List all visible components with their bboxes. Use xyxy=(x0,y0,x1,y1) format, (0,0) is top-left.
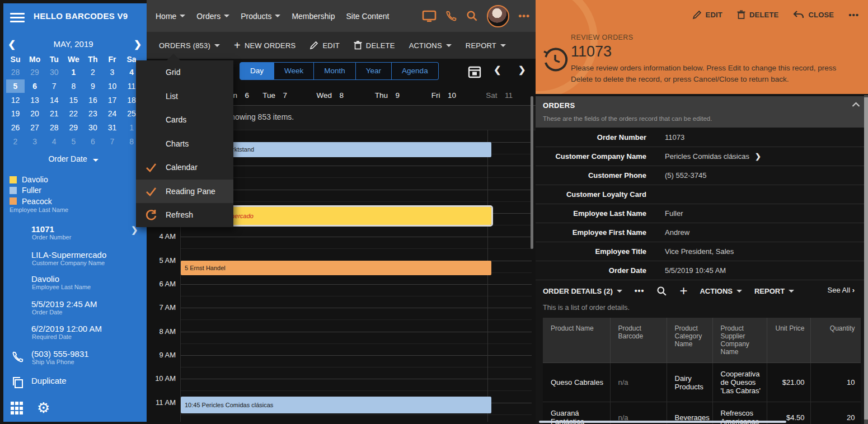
calendar-day-cell[interactable]: 5 xyxy=(64,135,83,148)
calendar-day-cell[interactable]: 20 xyxy=(26,107,44,120)
legend-item[interactable]: Peacock xyxy=(10,197,52,206)
order-details-title-button[interactable]: ORDER DETAILS (2) xyxy=(543,287,622,295)
calendar-day-cell[interactable]: 23 xyxy=(83,107,102,120)
orders-field-row[interactable]: Employee Last NameFuller xyxy=(536,204,868,223)
panel-more-options-icon[interactable]: ••• xyxy=(848,10,859,20)
column-header[interactable]: Quantity xyxy=(810,318,861,363)
calendar-day-cell[interactable]: 6 xyxy=(83,135,102,148)
calendar-day-cell[interactable]: 19 xyxy=(6,107,25,120)
more-options-icon[interactable]: ••• xyxy=(518,11,530,22)
panel-delete-button[interactable]: DELETE xyxy=(737,10,778,20)
calendar-day-cell[interactable]: 6 xyxy=(26,79,44,93)
calendar-day-cell[interactable]: 29 xyxy=(64,121,83,134)
menu-item-reading-pane[interactable]: Reading Pane xyxy=(136,180,233,204)
orders-field-row[interactable]: Employee TitleVice President, Sales xyxy=(536,242,868,261)
nav-item-site-content[interactable]: Site Content xyxy=(346,12,389,21)
details-search-icon[interactable] xyxy=(656,286,667,296)
legend-item[interactable]: Fuller xyxy=(10,186,41,195)
calendar-day-cell[interactable]: 1 xyxy=(64,65,83,79)
calendar-day-cell[interactable]: 2 xyxy=(6,135,25,148)
report-button[interactable]: REPORT xyxy=(466,41,506,50)
legend-item[interactable]: Davolio xyxy=(10,175,48,184)
calendar-day-cell[interactable]: 21 xyxy=(45,107,63,120)
order-date-filter[interactable]: Order Date xyxy=(0,154,147,163)
menu-item-list[interactable]: List xyxy=(136,84,233,109)
calendar-vertical-scrollbar[interactable] xyxy=(531,96,533,249)
calendar-day-cell[interactable]: 30 xyxy=(45,65,63,79)
calendar-day-cell[interactable]: 29 xyxy=(26,65,44,79)
menu-item-grid[interactable]: Grid xyxy=(136,60,233,84)
calendar-day-cell[interactable]: 15 xyxy=(64,93,83,107)
search-icon[interactable] xyxy=(466,10,478,22)
column-header[interactable]: Product Barcode xyxy=(610,318,667,363)
calendar-day-cell[interactable]: 12 xyxy=(6,93,25,107)
phone-icon[interactable] xyxy=(445,10,457,22)
details-add-icon[interactable]: + xyxy=(679,283,687,299)
column-header[interactable]: Product Supplier Company Name xyxy=(712,318,767,363)
calendar-day-cell[interactable]: 26 xyxy=(6,121,25,134)
calendar-event[interactable]: 10:45 Pericles Comidas clásicas xyxy=(181,397,491,413)
orders-field-row[interactable]: Customer Phone(5) 552-3745 xyxy=(536,166,868,185)
gear-icon[interactable]: ⚙ xyxy=(37,399,50,416)
delete-button[interactable]: DELETE xyxy=(354,41,395,50)
calendar-day-cell[interactable]: 7 xyxy=(45,79,63,93)
mini-calendar-month[interactable]: MAY, 2019 xyxy=(0,39,147,49)
table-row[interactable]: Queso Cabralesn/aDairy ProductsCooperati… xyxy=(543,363,861,402)
hamburger-menu-icon[interactable] xyxy=(10,11,25,25)
orders-field-row[interactable]: Order Number11073 xyxy=(536,128,868,147)
nav-item-products[interactable]: Products xyxy=(241,12,280,21)
new-orders-button[interactable]: +NEW ORDERS xyxy=(234,41,295,50)
calendar-day-cell[interactable]: 7 xyxy=(103,135,121,148)
calendar-day-cell[interactable]: 4 xyxy=(45,135,63,148)
actions-button[interactable]: ACTIONS xyxy=(409,41,452,50)
calendar-day-cell[interactable]: 28 xyxy=(45,121,63,134)
menu-item-cards[interactable]: Cards xyxy=(136,108,233,132)
calendar-day-cell[interactable]: 30 xyxy=(83,121,102,134)
column-header[interactable]: Product Name xyxy=(543,318,610,363)
orders-field-row[interactable]: Customer Loyalty Card xyxy=(536,185,868,204)
calendar-day-cell[interactable]: 13 xyxy=(26,93,44,107)
menu-item-charts[interactable]: Charts xyxy=(136,132,233,156)
calendar-day-cell[interactable]: 14 xyxy=(45,93,63,107)
panel-scrollbar-track[interactable] xyxy=(864,95,868,424)
details-actions-button[interactable]: ACTIONS xyxy=(700,287,742,295)
monitor-icon[interactable] xyxy=(422,10,437,22)
orders-field-row[interactable]: Order Date5/5/2019 10:45 AM xyxy=(536,261,868,280)
calendar-day-cell[interactable]: 2 xyxy=(83,65,102,79)
calendar-day-cell[interactable]: 28 xyxy=(6,65,25,79)
calendar-day-cell[interactable]: 22 xyxy=(64,107,83,120)
column-header[interactable]: Unit Price xyxy=(767,318,810,363)
orders-field-row[interactable]: Customer Company NamePericles Comidas cl… xyxy=(536,147,868,166)
nav-item-membership[interactable]: Membership xyxy=(292,12,335,21)
details-horizontal-scrollbar[interactable] xyxy=(539,421,786,423)
edit-button[interactable]: EDIT xyxy=(309,41,339,50)
calendar-next-icon[interactable]: ❯ xyxy=(134,39,142,50)
chevron-right-icon[interactable]: ❯ xyxy=(755,147,761,166)
orders-view-menu-button[interactable]: ORDERS (853) xyxy=(159,41,220,50)
calendar-event[interactable]: 5 Ernst Handel xyxy=(181,261,491,276)
nav-item-orders[interactable]: Orders xyxy=(196,12,229,21)
calendar-day-cell[interactable]: 3 xyxy=(103,65,121,79)
panel-edit-button[interactable]: EDIT xyxy=(692,10,722,20)
details-report-button[interactable]: REPORT xyxy=(754,287,794,295)
menu-item-refresh[interactable]: Refresh xyxy=(136,203,233,227)
calendar-day-cell[interactable]: 9 xyxy=(83,79,102,93)
apps-grid-icon[interactable] xyxy=(11,402,24,415)
menu-item-calendar[interactable]: Calendar xyxy=(136,156,233,180)
calendar-day-cell[interactable]: 10 xyxy=(103,79,121,93)
calendar-day-cell[interactable]: 16 xyxy=(83,93,102,107)
calendar-day-cell[interactable]: 8 xyxy=(64,79,83,93)
panel-scrollbar-thumb[interactable] xyxy=(864,97,868,420)
collapse-chevron-icon[interactable] xyxy=(852,102,860,107)
calendar-day-cell[interactable]: 3 xyxy=(26,135,44,148)
nav-item-home[interactable]: Home xyxy=(156,12,185,21)
orders-field-row[interactable]: Employee First NameAndrew xyxy=(536,223,868,242)
calendar-day-cell[interactable]: 31 xyxy=(103,121,121,134)
details-more-options-icon[interactable]: ••• xyxy=(635,286,645,295)
calendar-day-cell[interactable]: 27 xyxy=(26,121,44,134)
see-all-link[interactable]: See All › xyxy=(828,286,855,294)
calendar-day-cell[interactable]: 17 xyxy=(103,93,121,107)
user-avatar[interactable] xyxy=(487,5,509,27)
calendar-day-cell[interactable]: 5 xyxy=(6,79,25,93)
panel-close-button[interactable]: CLOSE xyxy=(793,11,834,19)
